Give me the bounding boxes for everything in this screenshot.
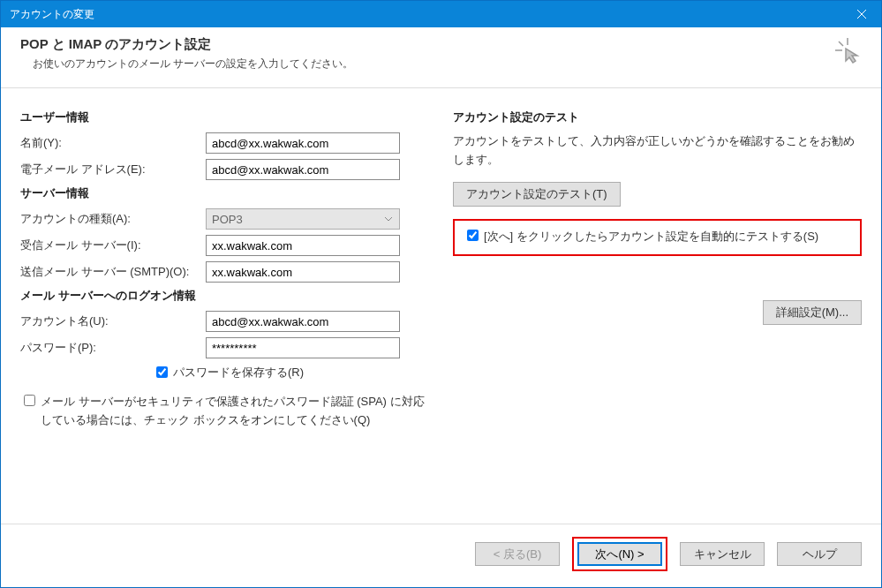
chevron-down-icon bbox=[381, 212, 396, 226]
save-password-checkbox[interactable] bbox=[156, 366, 168, 378]
help-button[interactable]: ヘルプ bbox=[777, 542, 862, 566]
test-settings-button[interactable]: アカウント設定のテスト(T) bbox=[453, 182, 621, 207]
left-column: ユーザー情報 名前(Y): 電子メール アドレス(E): サーバー情報 アカウン… bbox=[20, 104, 426, 515]
label-password: パスワード(P): bbox=[20, 340, 206, 356]
incoming-server-input[interactable] bbox=[206, 235, 400, 256]
window-title: アカウントの変更 bbox=[10, 7, 94, 22]
label-account-name: アカウント名(U): bbox=[20, 313, 206, 329]
spa-checkbox[interactable] bbox=[24, 395, 35, 406]
section-logon-info: メール サーバーへのログオン情報 bbox=[20, 288, 426, 304]
section-server-info: サーバー情報 bbox=[20, 185, 426, 201]
auto-test-highlight: [次へ] をクリックしたらアカウント設定を自動的にテストする(S) bbox=[453, 219, 862, 257]
auto-test-label: [次へ] をクリックしたらアカウント設定を自動的にテストする(S) bbox=[484, 228, 818, 246]
test-description: アカウントをテストして、入力内容が正しいかどうかを確認することをお勧めします。 bbox=[453, 132, 862, 170]
account-name-input[interactable] bbox=[206, 311, 400, 332]
svg-line-4 bbox=[839, 41, 843, 46]
account-type-value: POP3 bbox=[212, 213, 243, 226]
name-input[interactable] bbox=[206, 132, 400, 154]
label-incoming: 受信メール サーバー(I): bbox=[20, 237, 206, 253]
auto-test-checkbox[interactable] bbox=[467, 230, 479, 241]
label-email: 電子メール アドレス(E): bbox=[20, 162, 206, 177]
close-icon bbox=[856, 9, 867, 19]
next-button[interactable]: 次へ(N) > bbox=[577, 542, 662, 566]
dialog-header: POP と IMAP のアカウント設定 お使いのアカウントのメール サーバーの設… bbox=[1, 27, 881, 88]
label-account-type: アカウントの種類(A): bbox=[20, 211, 206, 227]
label-outgoing: 送信メール サーバー (SMTP)(O): bbox=[20, 264, 206, 280]
outgoing-server-input[interactable] bbox=[206, 261, 400, 283]
right-column: アカウント設定のテスト アカウントをテストして、入力内容が正しいかどうかを確認す… bbox=[453, 104, 862, 515]
account-type-select: POP3 bbox=[206, 208, 400, 230]
next-button-highlight: 次へ(N) > bbox=[572, 537, 667, 571]
dialog-content: ユーザー情報 名前(Y): 電子メール アドレス(E): サーバー情報 アカウン… bbox=[1, 88, 881, 524]
section-user-info: ユーザー情報 bbox=[20, 109, 426, 125]
cursor-decorative-icon bbox=[833, 36, 862, 68]
spa-label: メール サーバーがセキュリティで保護されたパスワード認証 (SPA) に対応して… bbox=[41, 393, 426, 430]
back-button: < 戻る(B) bbox=[475, 542, 560, 566]
details-button[interactable]: 詳細設定(M)... bbox=[763, 300, 862, 325]
section-test: アカウント設定のテスト bbox=[453, 109, 862, 125]
close-button[interactable] bbox=[841, 1, 881, 27]
spa-row: メール サーバーがセキュリティで保護されたパスワード認証 (SPA) に対応して… bbox=[20, 393, 426, 430]
header-subtitle: お使いのアカウントのメール サーバーの設定を入力してください。 bbox=[33, 57, 353, 72]
label-name: 名前(Y): bbox=[20, 135, 206, 151]
email-input[interactable] bbox=[206, 159, 400, 180]
header-title: POP と IMAP のアカウント設定 bbox=[20, 36, 353, 53]
save-password-row: パスワードを保存する(R) bbox=[153, 364, 426, 381]
cancel-button[interactable]: キャンセル bbox=[680, 542, 765, 566]
save-password-label: パスワードを保存する(R) bbox=[173, 365, 304, 381]
account-change-dialog: アカウントの変更 POP と IMAP のアカウント設定 お使いのアカウントのメ… bbox=[0, 0, 882, 588]
password-input[interactable] bbox=[206, 337, 400, 358]
dialog-footer: < 戻る(B) 次へ(N) > キャンセル ヘルプ bbox=[1, 524, 881, 587]
titlebar: アカウントの変更 bbox=[1, 1, 881, 27]
